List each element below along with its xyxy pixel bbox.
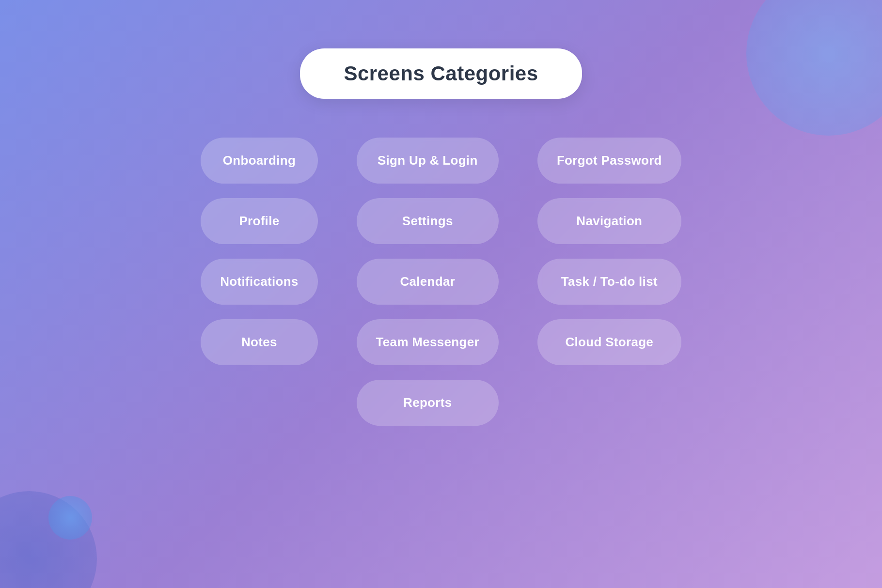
left-column: Onboarding Profile Notifications Notes [201, 138, 317, 365]
title-card: Screens Categories [300, 48, 582, 99]
category-profile[interactable]: Profile [201, 198, 317, 244]
category-settings[interactable]: Settings [357, 198, 499, 244]
center-column: Sign Up & Login Settings Calendar Team M… [357, 138, 499, 426]
category-task-todo[interactable]: Task / To-do list [537, 259, 681, 305]
category-calendar[interactable]: Calendar [357, 259, 499, 305]
categories-grid: Onboarding Profile Notifications Notes S… [201, 138, 681, 426]
category-notes[interactable]: Notes [201, 319, 317, 365]
category-notifications[interactable]: Notifications [201, 259, 317, 305]
category-team-messenger[interactable]: Team Messenger [357, 319, 499, 365]
category-onboarding[interactable]: Onboarding [201, 138, 317, 184]
category-reports[interactable]: Reports [357, 380, 499, 426]
category-navigation[interactable]: Navigation [537, 198, 681, 244]
main-container: Screens Categories Onboarding Profile No… [0, 0, 882, 426]
category-cloud-storage[interactable]: Cloud Storage [537, 319, 681, 365]
category-sign-up-login[interactable]: Sign Up & Login [357, 138, 499, 184]
right-column: Forgot Password Navigation Task / To-do … [537, 138, 681, 365]
bg-decoration-bottom-left-small [48, 496, 92, 540]
page-title: Screens Categories [344, 62, 538, 85]
category-forgot-password[interactable]: Forgot Password [537, 138, 681, 184]
